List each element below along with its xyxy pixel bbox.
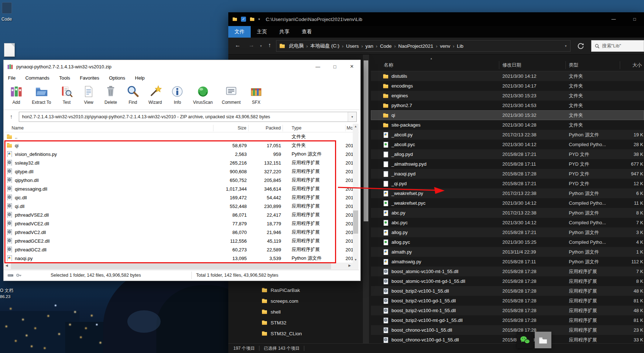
menu-item[interactable]: File bbox=[8, 75, 16, 81]
tab-share[interactable]: 共享 bbox=[273, 26, 296, 38]
column-header-name[interactable]: Name bbox=[4, 125, 213, 131]
wechat-tile[interactable] bbox=[517, 332, 533, 348]
table-row[interactable]: _qi.pyd 2015/8/28 17:21 PYD 文件 12 K bbox=[371, 179, 644, 188]
table-row[interactable]: boost_chrono-vc100-1_55.dll 2015/8/28 17… bbox=[371, 325, 644, 335]
tab-home[interactable]: 主页 bbox=[251, 26, 273, 38]
tree-item[interactable]: screeps.com bbox=[228, 295, 363, 306]
tree-item[interactable]: STM32_CLion bbox=[228, 328, 363, 339]
table-row[interactable]: boost_atomic-vc100-mt-1_55.dll 2015/8/28… bbox=[371, 267, 644, 276]
chevron-right-icon[interactable]: › bbox=[376, 43, 377, 49]
history-caret-icon[interactable]: ▾ bbox=[260, 44, 262, 48]
maximize-button[interactable]: □ bbox=[326, 60, 343, 73]
table-row[interactable]: site-packages 2021/3/30 14:28 文件夹 bbox=[371, 120, 644, 130]
chevron-right-icon[interactable]: › bbox=[453, 43, 454, 49]
breadcrumb-segment[interactable]: NaoProject2021 › bbox=[397, 43, 437, 49]
table-row[interactable]: almathswig.py 2015/8/28 17:11 Python 源文件… bbox=[371, 257, 644, 267]
table-row[interactable]: pthreadVCE2.dll 77,879 18,779 应用程序扩展 201 bbox=[4, 219, 360, 228]
chevron-right-icon[interactable]: › bbox=[306, 43, 308, 49]
desktop-icon-document[interactable] bbox=[4, 43, 15, 57]
menu-item[interactable]: Tools bbox=[59, 75, 70, 81]
table-row[interactable]: boost_atomic-vc100-mt-gd-1_55.dll 2015/8… bbox=[371, 276, 644, 286]
minimize-button[interactable]: — bbox=[603, 12, 624, 26]
chevron-right-icon[interactable]: › bbox=[361, 43, 363, 49]
table-row[interactable]: naoqi.py 13,095 3,539 Python 源文件 201 bbox=[4, 254, 360, 263]
qat-caret-down-icon[interactable]: ▾ bbox=[258, 17, 260, 21]
menu-item[interactable]: Favorites bbox=[80, 75, 99, 81]
table-row[interactable]: _almathswig.pyd 2015/8/28 17:11 PYD 文件 6… bbox=[371, 159, 644, 169]
scroll-right-icon[interactable]: ▶ bbox=[348, 264, 351, 267]
combo-caret-down-icon[interactable]: ▾ bbox=[348, 112, 356, 122]
chevron-right-icon[interactable]: › bbox=[394, 43, 395, 49]
tree-item[interactable]: STM32 bbox=[228, 317, 363, 328]
find-button[interactable]: Find bbox=[122, 84, 143, 106]
menu-item[interactable]: Commands bbox=[25, 75, 49, 81]
virusscan-button[interactable]: VirusScan bbox=[189, 84, 216, 106]
scroll-down-icon[interactable]: ▼ bbox=[353, 258, 359, 261]
table-row[interactable]: boost_chrono-vc100-gd-1_55.dll 2015/8/28… bbox=[371, 335, 644, 343]
view-button[interactable]: View bbox=[78, 84, 99, 106]
table-row[interactable]: engines 2021/3/30 15:23 文件夹 bbox=[371, 91, 644, 101]
table-row[interactable]: encodings 2021/3/30 14:17 文件夹 bbox=[371, 81, 644, 91]
explorer-titlebar[interactable]: ✓ ▾ C:\Users\yan\Code\NaoProject2021\ven… bbox=[228, 12, 644, 26]
chevron-right-icon[interactable]: › bbox=[436, 43, 437, 49]
explorer-tile[interactable] bbox=[535, 332, 551, 348]
add-button[interactable]: Add bbox=[6, 84, 27, 106]
scrollbar-thumb[interactable] bbox=[364, 60, 368, 221]
desktop-icon-code[interactable] bbox=[2, 2, 12, 14]
properties-check-icon[interactable]: ✓ bbox=[241, 17, 246, 22]
table-row[interactable]: _weakrefset.pyc 2021/3/30 14:12 Compiled… bbox=[371, 198, 644, 208]
column-header-name[interactable]: 名称 bbox=[371, 61, 499, 69]
horizontal-scrollbar[interactable]: ◀ ▶ bbox=[4, 263, 353, 270]
table-row[interactable]: allog.pyc 2021/3/30 15:25 Compiled Pytho… bbox=[371, 237, 644, 247]
table-row[interactable]: _inaoqi.pyd 2015/8/28 17:28 PYD 文件 947 K bbox=[371, 169, 644, 179]
table-row[interactable]: qitype.dll 900,608 327,220 应用程序扩展 201 bbox=[4, 167, 360, 176]
vertical-scrollbar[interactable]: ▲ ▼ bbox=[353, 124, 359, 263]
archive-path-combo[interactable]: hon2.7-2.1.4.13-win32-vs2010.zip\pynaoqi… bbox=[19, 112, 357, 122]
table-row[interactable]: almath.py 2013/11/4 22:39 Python 源文件 1 K bbox=[371, 247, 644, 257]
scrollbar-thumb[interactable] bbox=[353, 210, 358, 234]
menu-item[interactable]: Help bbox=[135, 75, 145, 81]
menu-item[interactable]: Options bbox=[109, 75, 125, 81]
tree-item[interactable]: RasPiCarBak bbox=[228, 285, 363, 295]
table-row[interactable]: abc.pyc 2021/3/30 14:12 Compiled Pytho..… bbox=[371, 218, 644, 227]
table-row[interactable]: _weakrefset.py 2017/2/13 22:38 Python 源文… bbox=[371, 188, 644, 198]
extract-to-button[interactable]: Extract To bbox=[28, 84, 55, 106]
breadcrumb-segment[interactable]: 本地磁盘 (C:) › bbox=[309, 43, 344, 49]
table-row[interactable]: pthreadVC2.dll 86,070 21,946 应用程序扩展 201 bbox=[4, 228, 360, 237]
table-row[interactable]: vision_definitions.py 2,563 959 Python 源… bbox=[4, 150, 360, 158]
table-row[interactable]: abc.py 2017/2/13 22:38 Python 源文件 8 K bbox=[371, 208, 644, 218]
wizard-button[interactable]: Wizard bbox=[144, 84, 166, 106]
table-row[interactable]: boost_bzip2-vc100-1_55.dll 2015/8/28 17:… bbox=[371, 286, 644, 296]
table-row[interactable]: python2.7 2021/3/30 14:53 文件夹 bbox=[371, 101, 644, 110]
table-row[interactable]: qi.dll 552,448 230,899 应用程序扩展 201 bbox=[4, 202, 360, 210]
table-row[interactable]: .. 文件夹 bbox=[4, 132, 360, 141]
new-folder-icon[interactable] bbox=[250, 17, 255, 22]
tree-item[interactable]: shell bbox=[228, 306, 363, 317]
table-row[interactable]: boost_bzip2-vc100-mt-gd-1_55.dll 2015/8/… bbox=[371, 315, 644, 325]
breadcrumb-segment[interactable]: 此电脑 › bbox=[287, 43, 308, 49]
up-button[interactable]: ↑ bbox=[268, 42, 271, 48]
breadcrumb-segment[interactable]: Code › bbox=[378, 43, 396, 49]
table-row[interactable]: ssleay32.dll 265,216 132,151 应用程序扩展 201 bbox=[4, 158, 360, 167]
table-row[interactable]: boost_bzip2-vc100-mt-1_55.dll 2015/8/28 … bbox=[371, 306, 644, 315]
up-one-level-icon[interactable]: ↑ bbox=[7, 114, 15, 120]
scrollbar-thumb[interactable] bbox=[11, 263, 331, 269]
column-header-type[interactable]: Type bbox=[283, 125, 346, 131]
column-header-date[interactable]: 修改日期 bbox=[499, 61, 566, 69]
refresh-icon[interactable] bbox=[577, 42, 585, 50]
comment-button[interactable]: Comment bbox=[218, 84, 245, 106]
column-header-packed[interactable]: Packed bbox=[249, 125, 283, 131]
table-row[interactable]: pthreadGC2.dll 60,273 22,589 应用程序扩展 201 bbox=[4, 245, 360, 254]
maximize-button[interactable]: □ bbox=[624, 12, 644, 26]
breadcrumb-segment[interactable]: yan › bbox=[364, 43, 377, 49]
table-row[interactable]: _abcoll.py 2017/2/13 22:38 Python 源文件 19… bbox=[371, 130, 644, 140]
table-row[interactable]: _allog.pyd 2015/8/28 17:21 PYD 文件 38 K bbox=[371, 149, 644, 159]
winrar-titlebar[interactable]: pynaoqi-python2.7-2.1.4.13-win32-vs2010.… bbox=[4, 60, 360, 73]
close-button[interactable]: × bbox=[343, 60, 360, 73]
breadcrumb-segment[interactable]: Users › bbox=[344, 43, 363, 49]
test-button[interactable]: Test bbox=[56, 84, 77, 106]
search-input[interactable]: 搜索"Lib" bbox=[591, 40, 644, 52]
back-button[interactable]: ← bbox=[235, 42, 241, 48]
table-row[interactable]: boost_bzip2-vc100-gd-1_55.dll 2015/8/28 … bbox=[371, 296, 644, 306]
table-row[interactable]: allog.py 2015/8/28 17:21 Python 源文件 3 K bbox=[371, 227, 644, 237]
